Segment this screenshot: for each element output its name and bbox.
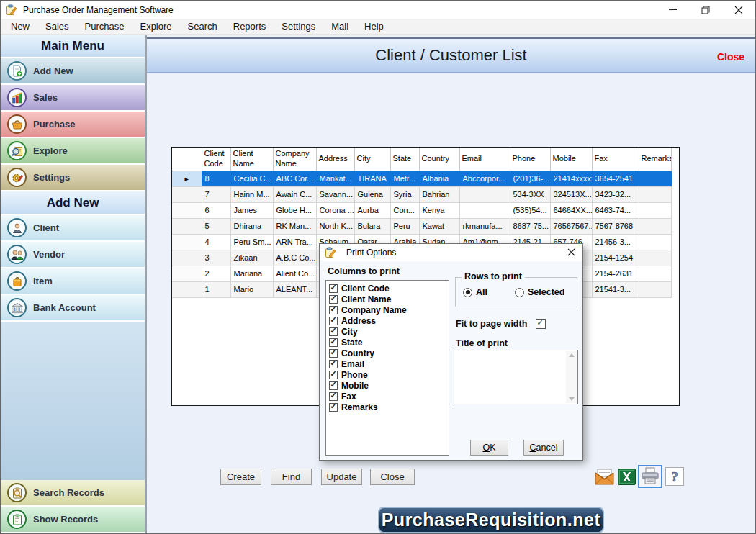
- column-header-address[interactable]: Address: [316, 148, 354, 171]
- print-column-option-remarks[interactable]: Remarks: [329, 402, 449, 412]
- print-column-option-client-name[interactable]: Client Name: [329, 294, 449, 304]
- row-selector-cell[interactable]: ►: [172, 171, 202, 186]
- menu-item-sales[interactable]: Sales: [37, 19, 77, 33]
- checkbox-icon[interactable]: [329, 338, 338, 347]
- column-header-client-code[interactable]: Client Code: [202, 148, 230, 171]
- mail-icon[interactable]: [595, 469, 614, 485]
- table-cell: 2154-2631: [592, 266, 639, 281]
- sidebar-item-client[interactable]: Client: [1, 215, 145, 242]
- radio-icon[interactable]: [515, 288, 524, 297]
- table-row[interactable]: 7Hainn M...Awain C...Savann...GuienaSyri…: [172, 186, 671, 202]
- checkbox-icon[interactable]: [329, 327, 338, 336]
- dialog-close-icon[interactable]: [559, 244, 582, 261]
- sidebar-item-show-records[interactable]: Show Records: [1, 507, 145, 533]
- textarea-scrollbar[interactable]: [566, 351, 577, 403]
- table-cell: 7: [202, 186, 230, 202]
- column-header-mobile[interactable]: Mobile: [550, 148, 592, 171]
- sidebar-item-bank-account[interactable]: Bank Account: [1, 295, 145, 322]
- table-row[interactable]: ►8Cecilia C...ABC Cor...Mankat...TIRANAM…: [172, 171, 671, 186]
- checkbox-icon[interactable]: [329, 306, 338, 314]
- row-selector-cell[interactable]: [172, 186, 202, 202]
- table-row[interactable]: 6JamesGlobe H...Corona ...AurbaCon...Ken…: [172, 202, 671, 218]
- menu-item-purchase[interactable]: Purchase: [77, 19, 132, 33]
- close-button[interactable]: Close: [370, 469, 415, 485]
- title-of-print-input[interactable]: [454, 350, 578, 404]
- excel-icon[interactable]: [618, 469, 636, 485]
- checkbox-icon[interactable]: [329, 392, 338, 401]
- create-button[interactable]: Create: [220, 469, 261, 485]
- print-column-option-country[interactable]: Country: [329, 348, 449, 358]
- menu-item-mail[interactable]: Mail: [323, 19, 356, 33]
- restore-button[interactable]: [689, 1, 722, 19]
- print-column-option-fax[interactable]: Fax: [329, 391, 449, 402]
- sidebar-item-label: Client: [33, 222, 59, 233]
- print-column-option-state[interactable]: State: [329, 337, 449, 348]
- cancel-button[interactable]: Cancel: [523, 440, 564, 456]
- rows-option-all[interactable]: All: [463, 287, 487, 297]
- sidebar-item-purchase[interactable]: Purchase: [1, 112, 145, 138]
- sidebar-item-add-new[interactable]: Add New: [1, 58, 145, 85]
- menu-item-reports[interactable]: Reports: [225, 19, 274, 33]
- bank-icon: [7, 298, 27, 317]
- print-icon[interactable]: [638, 465, 662, 488]
- row-selector-cell[interactable]: [172, 266, 202, 281]
- menu-item-help[interactable]: Help: [356, 19, 392, 33]
- radio-icon[interactable]: [463, 288, 472, 297]
- print-column-option-client-code[interactable]: Client Code: [329, 283, 449, 294]
- row-selector-cell[interactable]: [172, 281, 202, 297]
- menu-item-explore[interactable]: Explore: [132, 19, 179, 33]
- column-header-country[interactable]: Country: [419, 148, 459, 171]
- column-header-phone[interactable]: Phone: [510, 148, 550, 171]
- print-column-option-address[interactable]: Address: [329, 315, 449, 326]
- menu-item-search[interactable]: Search: [180, 19, 225, 33]
- column-header-client-name[interactable]: Client Name: [230, 148, 273, 171]
- column-header-city[interactable]: City: [354, 148, 390, 171]
- fit-to-page-checkbox[interactable]: [536, 319, 546, 329]
- sidebar-item-sales[interactable]: Sales: [1, 85, 145, 112]
- checkbox-icon[interactable]: [329, 284, 338, 293]
- menu-item-new[interactable]: New: [3, 19, 37, 33]
- panel-close-link[interactable]: Close: [717, 51, 744, 63]
- scroll-down-icon[interactable]: [569, 397, 575, 401]
- print-column-option-phone[interactable]: Phone: [329, 369, 449, 380]
- row-selector-cell[interactable]: [172, 202, 202, 218]
- sidebar-item-label: Purchase: [33, 119, 76, 130]
- print-column-option-city[interactable]: City: [329, 326, 449, 337]
- sidebar-item-vendor[interactable]: Vendor: [1, 242, 145, 268]
- checkbox-icon[interactable]: [329, 371, 338, 379]
- table-row[interactable]: 5DhiranaRK Man...North K...BularaPeruKaw…: [172, 218, 671, 234]
- checkbox-icon[interactable]: [329, 317, 338, 325]
- checkbox-icon[interactable]: [329, 349, 338, 358]
- rows-option-selected[interactable]: Selected: [515, 287, 564, 297]
- column-header-company-name[interactable]: Company Name: [273, 148, 316, 171]
- ok-button[interactable]: OK: [470, 440, 508, 456]
- scroll-up-icon[interactable]: [569, 353, 575, 357]
- sidebar-item-search-records[interactable]: Search Records: [1, 480, 145, 507]
- checkbox-icon[interactable]: [329, 403, 338, 412]
- close-button[interactable]: [722, 1, 755, 19]
- checkbox-icon[interactable]: [329, 381, 338, 390]
- sidebar-item-item[interactable]: Item: [1, 268, 145, 295]
- print-column-option-company-name[interactable]: Company Name: [329, 304, 449, 315]
- row-selector-cell[interactable]: [172, 218, 202, 234]
- print-column-option-mobile[interactable]: Mobile: [329, 380, 449, 391]
- sidebar-item-label: Search Records: [33, 487, 104, 498]
- checkbox-icon[interactable]: [329, 295, 338, 304]
- help-icon[interactable]: ?: [665, 467, 684, 486]
- dialog-title: Print Options: [346, 248, 396, 258]
- sidebar-item-explore[interactable]: Explore: [1, 138, 145, 165]
- column-header-state[interactable]: State: [390, 148, 419, 171]
- column-header-remarks[interactable]: Remarks: [639, 148, 671, 171]
- checkbox-icon[interactable]: [329, 360, 338, 368]
- print-column-option-email[interactable]: Email: [329, 358, 449, 369]
- row-selector-cell[interactable]: [172, 234, 202, 250]
- find-button[interactable]: Find: [271, 469, 312, 485]
- column-header-email[interactable]: Email: [459, 148, 510, 171]
- row-selector-cell[interactable]: [172, 250, 202, 266]
- update-button[interactable]: Update: [321, 469, 362, 485]
- sidebar-item-settings[interactable]: Settings: [1, 165, 145, 191]
- minimize-button[interactable]: [656, 1, 689, 19]
- table-cell: Peru Sm...: [230, 234, 273, 250]
- menu-item-settings[interactable]: Settings: [274, 19, 323, 33]
- column-header-fax[interactable]: Fax: [592, 148, 639, 171]
